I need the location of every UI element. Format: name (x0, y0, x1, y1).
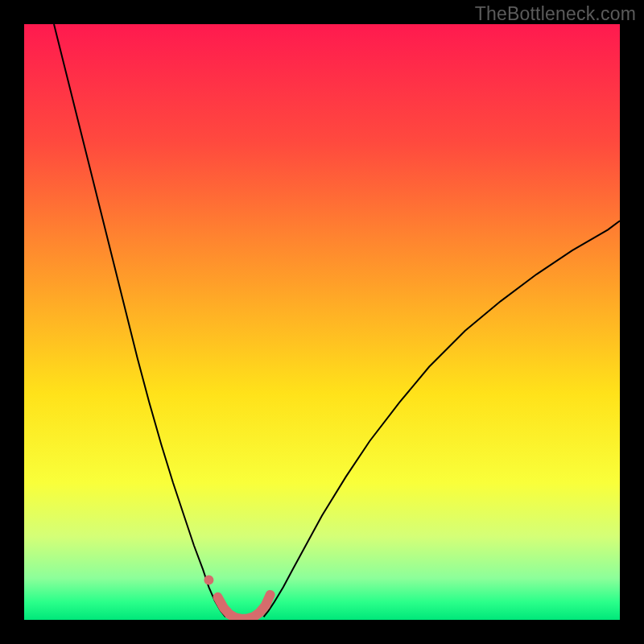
gradient-background (24, 24, 620, 620)
marker-highlight-dot (204, 575, 213, 584)
chart-svg (24, 24, 620, 620)
plot-area (24, 24, 620, 620)
marker-group (204, 575, 213, 584)
watermark-label: TheBottleneck.com (475, 3, 636, 25)
chart-frame: TheBottleneck.com (0, 0, 644, 644)
